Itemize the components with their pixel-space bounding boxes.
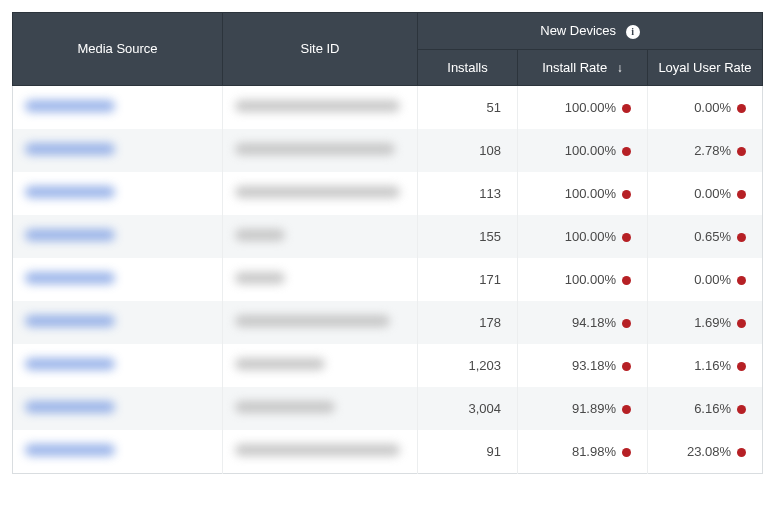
status-dot-icon — [737, 147, 746, 156]
loyal-user-rate-value: 0.00% — [694, 272, 731, 287]
redacted-text — [25, 100, 115, 112]
install-rate-value: 100.00% — [565, 186, 616, 201]
status-dot-icon — [622, 190, 631, 199]
installs-value: 51 — [487, 100, 501, 115]
table-row: 17894.18%1.69% — [13, 301, 763, 344]
header-media-source[interactable]: Media Source — [13, 13, 223, 86]
cell-installs: 155 — [418, 215, 518, 258]
header-label: Install Rate — [542, 60, 607, 75]
cell-media-source[interactable] — [13, 430, 223, 474]
loyal-user-rate-value: 0.65% — [694, 229, 731, 244]
cell-install-rate: 91.89% — [518, 387, 648, 430]
status-dot-icon — [737, 104, 746, 113]
table-body: 51100.00%0.00%108100.00%2.78%113100.00%0… — [13, 85, 763, 473]
cell-media-source[interactable] — [13, 172, 223, 215]
header-install-rate[interactable]: Install Rate ↓ — [518, 49, 648, 85]
redacted-text — [235, 272, 285, 284]
install-rate-value: 94.18% — [572, 315, 616, 330]
cell-media-source[interactable] — [13, 129, 223, 172]
installs-value: 155 — [479, 229, 501, 244]
header-label: Site ID — [300, 41, 339, 56]
cell-media-source[interactable] — [13, 85, 223, 129]
table-row: 9181.98%23.08% — [13, 430, 763, 474]
cell-loyal-user-rate: 23.08% — [648, 430, 763, 474]
redacted-text — [235, 444, 400, 456]
installs-value: 1,203 — [468, 358, 501, 373]
cell-installs: 171 — [418, 258, 518, 301]
cell-loyal-user-rate: 0.65% — [648, 215, 763, 258]
install-rate-value: 81.98% — [572, 444, 616, 459]
cell-install-rate: 93.18% — [518, 344, 648, 387]
cell-loyal-user-rate: 2.78% — [648, 129, 763, 172]
cell-install-rate: 100.00% — [518, 129, 648, 172]
cell-site-id — [223, 258, 418, 301]
cell-installs: 178 — [418, 301, 518, 344]
table-row: 3,00491.89%6.16% — [13, 387, 763, 430]
table-row: 171100.00%0.00% — [13, 258, 763, 301]
status-dot-icon — [622, 233, 631, 242]
loyal-user-rate-value: 0.00% — [694, 100, 731, 115]
cell-install-rate: 100.00% — [518, 258, 648, 301]
cell-site-id — [223, 344, 418, 387]
installs-value: 91 — [487, 444, 501, 459]
cell-install-rate: 81.98% — [518, 430, 648, 474]
install-rate-value: 100.00% — [565, 229, 616, 244]
table-row: 51100.00%0.00% — [13, 85, 763, 129]
cell-site-id — [223, 129, 418, 172]
redacted-text — [25, 272, 115, 284]
cell-loyal-user-rate: 0.00% — [648, 85, 763, 129]
status-dot-icon — [737, 276, 746, 285]
cell-site-id — [223, 85, 418, 129]
cell-install-rate: 94.18% — [518, 301, 648, 344]
table-row: 1,20393.18%1.16% — [13, 344, 763, 387]
table-row: 108100.00%2.78% — [13, 129, 763, 172]
status-dot-icon — [622, 319, 631, 328]
cell-install-rate: 100.00% — [518, 215, 648, 258]
loyal-user-rate-value: 1.16% — [694, 358, 731, 373]
cell-media-source[interactable] — [13, 344, 223, 387]
cell-installs: 51 — [418, 85, 518, 129]
cell-media-source[interactable] — [13, 258, 223, 301]
cell-site-id — [223, 301, 418, 344]
install-rate-value: 100.00% — [565, 143, 616, 158]
header-loyal-user-rate[interactable]: Loyal User Rate — [648, 49, 763, 85]
redacted-text — [25, 358, 115, 370]
redacted-text — [235, 229, 285, 241]
redacted-text — [235, 100, 400, 112]
status-dot-icon — [622, 405, 631, 414]
cell-loyal-user-rate: 1.16% — [648, 344, 763, 387]
loyal-user-rate-value: 6.16% — [694, 401, 731, 416]
redacted-text — [235, 143, 395, 155]
status-dot-icon — [737, 362, 746, 371]
cell-media-source[interactable] — [13, 215, 223, 258]
redacted-text — [25, 401, 115, 413]
header-installs[interactable]: Installs — [418, 49, 518, 85]
table-header: Media Source Site ID New Devices i Insta… — [13, 13, 763, 86]
header-label: New Devices — [540, 23, 616, 38]
redacted-text — [25, 444, 115, 456]
header-site-id[interactable]: Site ID — [223, 13, 418, 86]
install-rate-value: 100.00% — [565, 272, 616, 287]
header-new-devices-group: New Devices i — [418, 13, 763, 50]
redacted-text — [235, 358, 325, 370]
info-icon[interactable]: i — [626, 25, 640, 39]
cell-media-source[interactable] — [13, 301, 223, 344]
table-row: 155100.00%0.65% — [13, 215, 763, 258]
installs-value: 113 — [479, 186, 501, 201]
cell-loyal-user-rate: 0.00% — [648, 172, 763, 215]
cell-install-rate: 100.00% — [518, 85, 648, 129]
loyal-user-rate-value: 0.00% — [694, 186, 731, 201]
redacted-text — [235, 401, 335, 413]
cell-media-source[interactable] — [13, 387, 223, 430]
cell-site-id — [223, 172, 418, 215]
loyal-user-rate-value: 2.78% — [694, 143, 731, 158]
installs-value: 3,004 — [468, 401, 501, 416]
cell-install-rate: 100.00% — [518, 172, 648, 215]
redacted-text — [25, 229, 115, 241]
status-dot-icon — [622, 104, 631, 113]
loyal-user-rate-value: 23.08% — [687, 444, 731, 459]
status-dot-icon — [622, 147, 631, 156]
redacted-text — [25, 315, 115, 327]
header-label: Loyal User Rate — [658, 60, 751, 75]
status-dot-icon — [737, 448, 746, 457]
